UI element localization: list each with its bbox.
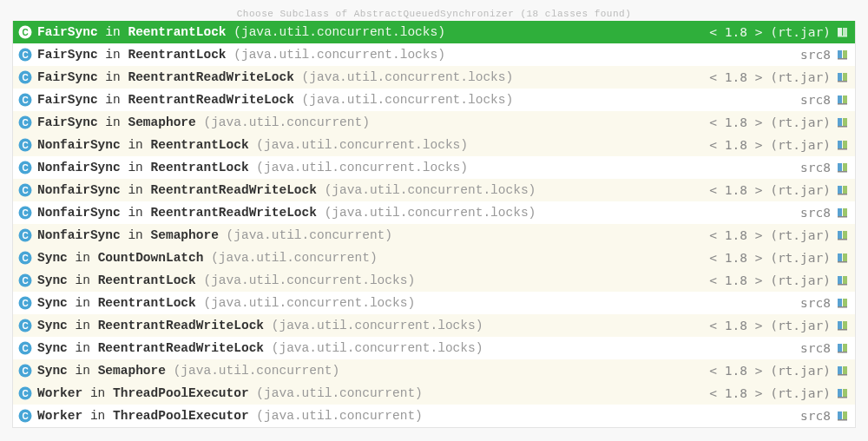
class-label: Worker in ThreadPoolExecutor (java.util.…: [37, 386, 704, 400]
svg-rect-9: [838, 58, 847, 60]
class-label: FairSync in ReentrantLock (java.util.con…: [37, 25, 704, 39]
svg-rect-39: [838, 194, 847, 195]
class-name: FairSync: [37, 48, 98, 62]
svg-text:C: C: [22, 73, 28, 82]
source-meta: < 1.8 > (rt.jar): [709, 25, 831, 39]
class-label: NonfairSync in ReentrantReadWriteLock (j…: [37, 183, 704, 197]
class-list-item[interactable]: C NonfairSync in ReentrantLock (java.uti…: [13, 134, 855, 156]
parent-class-name: Semaphore: [98, 364, 166, 378]
class-list-item[interactable]: C FairSync in ReentrantLock (java.util.c…: [13, 21, 855, 43]
svg-text:C: C: [22, 141, 28, 150]
class-list-item[interactable]: C FairSync in ReentrantReadWriteLock (ja…: [13, 66, 855, 89]
svg-rect-2: [838, 28, 842, 36]
class-list-item[interactable]: C Worker in ThreadPoolExecutor (java.uti…: [13, 405, 855, 427]
class-list-item[interactable]: C Worker in ThreadPoolExecutor (java.uti…: [13, 382, 855, 405]
class-list-item[interactable]: C Sync in ReentrantReadWriteLock (java.u…: [13, 337, 855, 359]
svg-rect-84: [838, 397, 847, 398]
library-icon: [836, 25, 850, 39]
package-name: (java.util.concurrent.locks): [317, 183, 536, 197]
svg-rect-89: [838, 419, 847, 421]
parent-class-name: ReentrantReadWriteLock: [151, 183, 317, 197]
source-meta: < 1.8 > (rt.jar): [709, 386, 831, 400]
class-icon: C: [18, 251, 32, 265]
class-label: Sync in ReentrantReadWriteLock (java.uti…: [37, 341, 795, 355]
library-icon: [836, 386, 850, 400]
class-name: NonfairSync: [37, 228, 121, 242]
class-list-item[interactable]: C Sync in ReentrantReadWriteLock (java.u…: [13, 314, 855, 337]
library-icon: [836, 251, 850, 265]
svg-rect-13: [843, 73, 847, 82]
library-icon: [836, 409, 850, 423]
class-list-item[interactable]: C FairSync in ReentrantReadWriteLock (ja…: [13, 89, 855, 111]
class-icon: C: [18, 48, 32, 62]
class-label: Sync in ReentrantLock (java.util.concurr…: [37, 273, 704, 287]
parent-class-name: ReentrantReadWriteLock: [151, 206, 317, 220]
class-name: Sync: [37, 296, 68, 310]
svg-rect-73: [843, 344, 847, 352]
class-list-item[interactable]: C NonfairSync in ReentrantLock (java.uti…: [13, 156, 855, 179]
library-icon: [836, 296, 850, 310]
svg-rect-32: [838, 163, 842, 172]
source-meta: src8: [800, 341, 831, 355]
class-list-item[interactable]: C NonfairSync in Semaphore (java.util.co…: [13, 224, 855, 247]
source-meta: < 1.8 > (rt.jar): [709, 251, 831, 265]
library-icon: [836, 115, 850, 129]
class-icon: C: [18, 183, 32, 197]
class-name: FairSync: [37, 93, 98, 107]
library-icon: [836, 228, 850, 242]
class-icon: C: [18, 115, 32, 129]
svg-rect-52: [838, 253, 842, 262]
class-name: NonfairSync: [37, 206, 121, 220]
class-icon: C: [18, 70, 32, 84]
svg-rect-69: [838, 329, 847, 331]
parent-class-name: ReentrantReadWriteLock: [128, 93, 293, 107]
svg-rect-54: [838, 261, 847, 263]
svg-rect-3: [843, 28, 847, 36]
class-label: NonfairSync in ReentrantLock (java.util.…: [37, 138, 704, 152]
svg-rect-7: [838, 50, 842, 59]
source-meta: < 1.8 > (rt.jar): [709, 70, 831, 84]
class-icon: C: [18, 25, 32, 39]
source-meta: src8: [800, 296, 831, 310]
svg-rect-8: [843, 50, 847, 59]
svg-rect-24: [838, 126, 847, 128]
package-name: (java.util.concurrent): [166, 364, 339, 378]
svg-text:C: C: [22, 389, 28, 398]
class-list-item[interactable]: C NonfairSync in ReentrantReadWriteLock …: [13, 201, 855, 224]
svg-text:C: C: [22, 299, 28, 308]
class-icon: C: [18, 161, 32, 174]
svg-rect-87: [838, 411, 842, 420]
class-name: NonfairSync: [37, 183, 121, 197]
class-icon: C: [18, 228, 32, 242]
svg-text:C: C: [22, 366, 28, 376]
svg-rect-27: [838, 141, 842, 149]
svg-text:C: C: [22, 95, 28, 105]
class-list-item[interactable]: C FairSync in ReentrantLock (java.util.c…: [13, 43, 855, 66]
source-meta: < 1.8 > (rt.jar): [709, 183, 831, 197]
library-icon: [836, 273, 850, 287]
parent-class-name: ThreadPoolExecutor: [113, 386, 249, 400]
class-list-item[interactable]: C NonfairSync in ReentrantReadWriteLock …: [13, 179, 855, 201]
svg-text:C: C: [22, 321, 28, 331]
svg-rect-67: [838, 321, 842, 330]
class-name: Sync: [37, 319, 68, 332]
class-list-item[interactable]: C Sync in ReentrantLock (java.util.concu…: [13, 269, 855, 292]
class-name: Worker: [37, 409, 82, 423]
source-meta: < 1.8 > (rt.jar): [709, 319, 831, 332]
package-name: (java.util.concurrent.locks): [249, 161, 468, 174]
svg-rect-47: [838, 231, 842, 240]
parent-class-name: ReentrantLock: [128, 25, 226, 39]
package-name: (java.util.concurrent.locks): [294, 93, 513, 107]
class-label: Worker in ThreadPoolExecutor (java.util.…: [37, 409, 795, 423]
popup-title: Choose Subclass of AbstractQueuedSynchro…: [12, 7, 856, 21]
package-name: (java.util.concurrent): [219, 228, 392, 242]
source-meta: src8: [800, 48, 831, 62]
parent-class-name: Semaphore: [128, 115, 195, 129]
library-icon: [836, 206, 850, 220]
parent-class-name: ReentrantLock: [98, 296, 196, 310]
class-list-item[interactable]: C Sync in ReentrantLock (java.util.concu…: [13, 292, 855, 314]
svg-text:C: C: [22, 231, 28, 240]
class-list-item[interactable]: C Sync in CountDownLatch (java.util.conc…: [13, 247, 855, 269]
class-list-item[interactable]: C FairSync in Semaphore (java.util.concu…: [13, 111, 855, 134]
class-list-item[interactable]: C Sync in Semaphore (java.util.concurren…: [13, 359, 855, 382]
